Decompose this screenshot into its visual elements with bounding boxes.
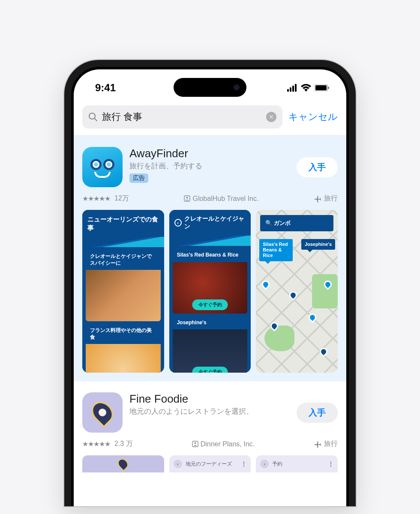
svg-point-10 <box>186 197 188 199</box>
app-subtitle: 地元の人のようにレストランを選択。 <box>129 406 290 416</box>
back-arrow-icon: ‹ <box>174 460 182 468</box>
search-icon <box>88 112 98 122</box>
screenshot-3: ‹ 予約 ⋮ <box>256 455 338 472</box>
plane-icon <box>314 195 321 203</box>
search-input[interactable]: 旅行 食事 ✕ <box>82 105 282 128</box>
category-tag: 旅行 <box>314 194 338 203</box>
rating-count: 2.3 万 <box>114 439 133 448</box>
screenshot-2: ‹ 地元のフーディーズ ⋮ <box>169 455 251 472</box>
get-button[interactable]: 入手 <box>297 403 338 423</box>
app-name: AwayFinder <box>129 147 290 160</box>
developer-icon <box>192 441 198 447</box>
svg-point-12 <box>194 442 196 444</box>
signal-icon <box>287 84 297 92</box>
screen: 9:41 旅行 食事 ✕ キャンセル AwayFinder 旅行を計画、予約する… <box>74 69 346 506</box>
clear-button[interactable]: ✕ <box>266 112 276 122</box>
wifi-icon <box>301 84 311 92</box>
svg-rect-0 <box>287 89 289 92</box>
cancel-button[interactable]: キャンセル <box>288 111 338 123</box>
more-icon: ⋮ <box>328 461 333 467</box>
app-icon-awayfinder[interactable] <box>82 147 123 187</box>
book-button: 今すぐ予約 <box>192 367 228 373</box>
sponsored-result: AwayFinder 旅行を計画、予約する 広告 入手 ★★★★★ 12万 Gl… <box>74 136 346 381</box>
svg-rect-5 <box>315 85 327 90</box>
developer-name: Dinner Plans, Inc. <box>192 440 255 448</box>
star-rating-icon: ★★★★★ <box>82 194 110 203</box>
phone-frame: 9:41 旅行 食事 ✕ キャンセル AwayFinder 旅行を計画、予約する… <box>64 60 356 506</box>
more-icon: ⋮ <box>241 461 246 467</box>
ad-badge: 広告 <box>129 173 148 183</box>
screenshot-carousel[interactable]: ‹ 地元のフーディーズ ⋮ ‹ 予約 ⋮ <box>82 455 338 472</box>
battery-icon <box>315 84 329 91</box>
app-meta-row: ★★★★★ 12万 GlobalHub Travel Inc. 旅行 <box>82 194 338 203</box>
screenshot-1 <box>82 455 164 472</box>
status-time: 9:41 <box>95 82 116 94</box>
search-text: 旅行 食事 <box>102 111 262 123</box>
star-rating-icon: ★★★★★ <box>82 440 110 448</box>
rating-count: 12万 <box>114 194 129 203</box>
app-info[interactable]: AwayFinder 旅行を計画、予約する 広告 <box>129 147 290 183</box>
app-icon-finefoodie[interactable] <box>82 392 123 433</box>
organic-result: Fine Foodie 地元の人のようにレストランを選択。 入手 ★★★★★ 2… <box>74 381 346 472</box>
screenshot-1: ニューオーリンズでの食事 クレオールとケイジャンでスパイシーに フランス料理やそ… <box>82 210 164 373</box>
screenshot-3: 🔍 ガンボ Silas's Red Beans & Rice Josephine… <box>256 210 338 373</box>
app-meta-row: ★★★★★ 2.3 万 Dinner Plans, Inc. 旅行 <box>82 439 338 448</box>
plane-icon <box>314 440 321 448</box>
svg-rect-2 <box>292 86 294 92</box>
developer-name: GlobalHub Travel Inc. <box>184 195 258 203</box>
search-row: 旅行 食事 ✕ キャンセル <box>74 100 346 136</box>
app-info[interactable]: Fine Foodie 地元の人のようにレストランを選択。 <box>129 392 290 416</box>
svg-rect-1 <box>290 87 291 92</box>
category-tag: 旅行 <box>314 439 338 448</box>
svg-line-8 <box>95 119 97 121</box>
pin-icon <box>116 457 130 471</box>
app-name: Fine Foodie <box>129 392 290 406</box>
dynamic-island <box>174 78 246 97</box>
screenshot-carousel[interactable]: ニューオーリンズでの食事 クレオールとケイジャンでスパイシーに フランス料理やそ… <box>82 210 338 373</box>
screenshot-2: ‹クレオールとケイジャン Silas's Red Beans & Rice 今す… <box>169 210 251 373</box>
map-search: 🔍 ガンボ <box>260 215 333 231</box>
developer-icon <box>184 195 190 202</box>
map-callout: Josephine's <box>301 239 335 250</box>
svg-rect-6 <box>328 87 329 89</box>
map-callout: Silas's Red Beans & Rice <box>259 239 293 261</box>
back-arrow-icon: ‹ <box>174 219 182 227</box>
book-button: 今すぐ予約 <box>192 299 228 310</box>
app-subtitle: 旅行を計画、予約する <box>129 161 290 171</box>
get-button[interactable]: 入手 <box>297 157 338 177</box>
svg-rect-3 <box>295 84 297 92</box>
back-arrow-icon: ‹ <box>260 460 269 468</box>
